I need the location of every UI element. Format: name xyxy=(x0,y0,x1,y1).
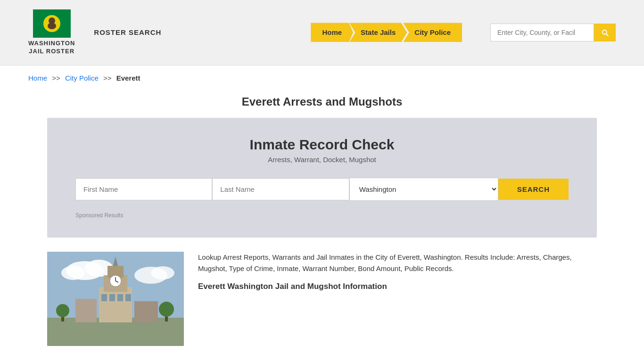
nav-city-police-button[interactable]: City Police xyxy=(403,23,462,42)
breadcrumb-sep2: >> xyxy=(103,74,112,82)
nav-home-button[interactable]: Home xyxy=(311,23,353,42)
breadcrumb: Home >> City Police >> Everett xyxy=(0,66,644,90)
svg-point-27 xyxy=(159,302,174,317)
search-record-button[interactable]: SEARCH xyxy=(498,179,569,200)
header-search-input[interactable] xyxy=(490,24,594,41)
svg-point-7 xyxy=(61,266,85,280)
svg-point-3 xyxy=(48,23,56,29)
record-check-subtitle: Arrests, Warrant, Docket, Mugshot xyxy=(75,156,569,164)
city-scene-svg xyxy=(47,252,184,346)
record-check-title: Inmate Record Check xyxy=(75,137,569,153)
svg-rect-20 xyxy=(117,294,123,301)
city-image xyxy=(47,252,184,346)
nav-state-jails-button[interactable]: State Jails xyxy=(349,23,407,42)
record-form: AlabamaAlaskaArizonaArkansasCaliforniaCo… xyxy=(75,178,569,201)
first-name-input[interactable] xyxy=(75,178,212,200)
header: WASHINGTON JAIL ROSTER ROSTER SEARCH Hom… xyxy=(0,0,644,66)
city-sub-heading: Everett Washington Jail and Mugshot Info… xyxy=(198,282,597,291)
city-text-area: Lookup Arrest Reports, Warrants and Jail… xyxy=(198,252,597,291)
logo-text: WASHINGTON JAIL ROSTER xyxy=(28,40,75,56)
breadcrumb-city-police-link[interactable]: City Police xyxy=(65,74,99,82)
state-select[interactable]: AlabamaAlaskaArizonaArkansasCaliforniaCo… xyxy=(349,178,498,201)
svg-rect-21 xyxy=(125,294,131,301)
svg-rect-19 xyxy=(109,294,115,301)
city-image-inner xyxy=(47,252,184,346)
header-search-bar xyxy=(490,24,616,41)
roster-search-label: ROSTER SEARCH xyxy=(94,28,161,36)
svg-rect-23 xyxy=(134,301,158,322)
svg-rect-18 xyxy=(101,294,107,301)
page-title: Everett Arrests and Mugshots xyxy=(28,95,616,108)
svg-rect-22 xyxy=(75,299,97,322)
svg-point-25 xyxy=(56,304,69,317)
last-name-input[interactable] xyxy=(212,178,349,200)
svg-rect-11 xyxy=(99,287,132,322)
record-check-box: Inmate Record Check Arrests, Warrant, Do… xyxy=(47,118,597,238)
content-section: Lookup Arrest Reports, Warrants and Jail… xyxy=(0,238,644,360)
sponsored-results-label: Sponsored Results xyxy=(75,212,569,219)
svg-point-9 xyxy=(151,266,174,280)
logo-link[interactable]: WASHINGTON JAIL ROSTER xyxy=(28,9,75,56)
logo-flag-icon xyxy=(33,9,71,38)
breadcrumb-sep1: >> xyxy=(52,74,60,82)
header-search-button[interactable] xyxy=(594,24,616,41)
breadcrumb-current: Everett xyxy=(116,74,140,82)
search-icon xyxy=(601,28,609,37)
page-title-area: Everett Arrests and Mugshots xyxy=(0,90,644,118)
breadcrumb-home-link[interactable]: Home xyxy=(28,74,47,82)
city-description: Lookup Arrest Reports, Warrants and Jail… xyxy=(198,252,597,274)
nav-buttons: Home State Jails City Police xyxy=(311,23,462,42)
